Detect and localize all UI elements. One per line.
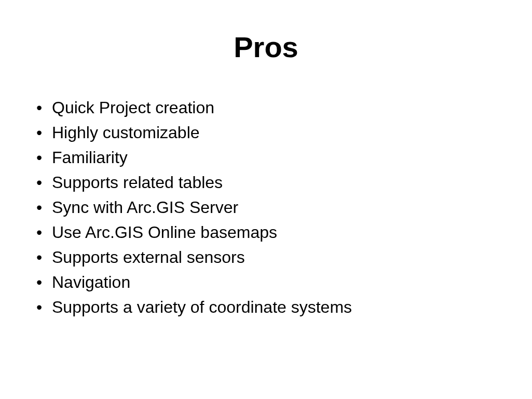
- slide-title: Pros: [0, 0, 532, 85]
- list-item: Quick Project creation: [36, 95, 532, 120]
- list-item: Supports related tables: [36, 170, 532, 195]
- list-item: Navigation: [36, 270, 532, 295]
- list-item: Familiarity: [36, 145, 532, 170]
- list-item: Use Arc.GIS Online basemaps: [36, 220, 532, 245]
- bullet-list: Quick Project creation Highly customizab…: [0, 85, 532, 320]
- list-item: Supports a variety of coordinate systems: [36, 295, 532, 320]
- list-item: Highly customizable: [36, 120, 532, 145]
- list-item: Sync with Arc.GIS Server: [36, 195, 532, 220]
- slide-container: Pros Quick Project creation Highly custo…: [0, 0, 532, 399]
- list-item: Supports external sensors: [36, 245, 532, 270]
